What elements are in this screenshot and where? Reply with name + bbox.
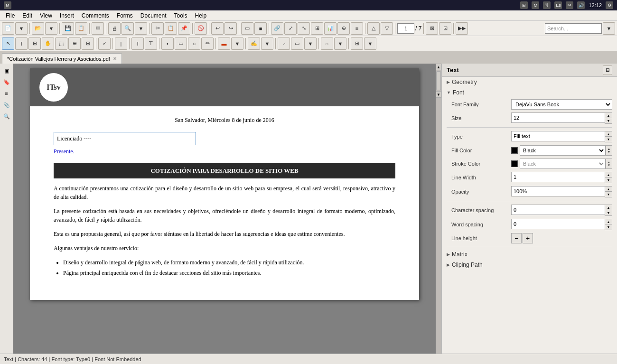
rect2-btn[interactable]: ▭ — [175, 37, 187, 50]
stroke-color-select[interactable]: Black — [520, 159, 606, 169]
sidebar-btn-5[interactable]: 🔍 — [1, 111, 12, 121]
sys-icon-3[interactable]: ⇅ — [543, 1, 551, 9]
menu-help[interactable]: Help — [191, 11, 211, 20]
oval-btn[interactable]: ○ — [188, 37, 200, 50]
export-btn[interactable]: ⊞ — [351, 37, 363, 50]
fit-btn[interactable]: ⤡ — [298, 22, 310, 35]
word-spacing-up[interactable]: ▲ — [605, 219, 612, 224]
fill-color-spin[interactable]: ▲ ▼ — [606, 145, 612, 156]
font-section-header[interactable]: ▼ Font — [442, 87, 617, 98]
resize-btn[interactable]: ⤢ — [284, 22, 297, 35]
link-btn[interactable]: 🔗 — [271, 22, 283, 35]
document-tab[interactable]: *Cotización Vallejos Herrera y Asociados… — [2, 53, 122, 64]
menu-view[interactable]: View — [36, 11, 56, 20]
export2-btn[interactable]: ▼ — [364, 37, 376, 50]
char-spacing-up[interactable]: ▲ — [605, 205, 612, 210]
opacity-input[interactable] — [511, 186, 605, 196]
cut-btn[interactable]: ✂ — [151, 22, 164, 35]
word-spacing-down[interactable]: ▼ — [605, 224, 612, 230]
audio-icon[interactable]: 🔊 — [577, 1, 585, 9]
sidebar-btn-2[interactable]: 🔖 — [1, 77, 12, 87]
tab-close-btn[interactable]: ✕ — [113, 56, 117, 61]
more-btn[interactable]: ▶▶ — [456, 22, 468, 35]
draw-btn[interactable]: ⟋ — [278, 37, 290, 50]
size-up[interactable]: ▲ — [605, 113, 612, 118]
line-width-up[interactable]: ▲ — [605, 172, 612, 177]
grid-btn[interactable]: ⊞ — [82, 37, 94, 50]
down-btn[interactable]: ▽ — [381, 22, 393, 35]
fit-page-btn[interactable]: ⊠ — [426, 22, 438, 35]
stroke-color-spin[interactable]: ▲ ▼ — [606, 159, 612, 169]
new-btn[interactable]: 📄 — [2, 22, 14, 35]
sidebar-btn-4[interactable]: 📎 — [1, 100, 12, 110]
layers-btn[interactable]: ≡ — [351, 22, 363, 35]
line-width-down[interactable]: ▼ — [605, 177, 612, 183]
table-btn[interactable]: ⊞ — [311, 22, 323, 35]
check-btn[interactable]: ✓ — [98, 37, 111, 50]
char-spacing-input[interactable] — [511, 205, 605, 215]
hand-btn[interactable]: ✋ — [42, 37, 54, 50]
sys-icon-1[interactable]: ⊞ — [520, 1, 528, 9]
menu-comments[interactable]: Comments — [78, 11, 113, 20]
type-up[interactable]: ▲ — [605, 131, 612, 137]
size-down[interactable]: ▼ — [605, 118, 612, 123]
sidebar-btn-3[interactable]: ≡ — [1, 88, 12, 99]
menu-edit[interactable]: Edit — [19, 11, 36, 20]
sb-arrow-down[interactable]: ▼ — [436, 91, 441, 98]
search-input[interactable] — [545, 23, 602, 34]
measure-btn[interactable]: ↔ — [321, 37, 333, 50]
t2-btn[interactable]: ⊤ — [145, 37, 157, 50]
redo-btn[interactable]: ↪ — [224, 22, 237, 35]
copy-btn[interactable]: 📋 — [165, 22, 177, 35]
panel-options-btn[interactable]: ⊟ — [603, 65, 612, 75]
measure2-btn[interactable]: ▼ — [334, 37, 346, 50]
marquee-btn[interactable]: ⬚ — [55, 37, 67, 50]
word-spacing-input[interactable] — [511, 219, 605, 229]
sb-arrow-up[interactable]: ▲ — [436, 64, 441, 70]
opacity-down[interactable]: ▼ — [605, 192, 612, 197]
recipient-input[interactable]: Licenciado ---- — [54, 132, 196, 145]
print-btn[interactable]: 🖨 — [108, 22, 121, 35]
menu-tools[interactable]: Tools — [170, 11, 191, 20]
select-btn[interactable]: ↖ — [2, 37, 14, 50]
open-btn[interactable]: 📂 — [32, 22, 44, 35]
t-btn[interactable]: T — [131, 37, 144, 50]
menu-document[interactable]: Document — [137, 11, 170, 20]
fit-width-btn[interactable]: ⊡ — [439, 22, 451, 35]
eraser-btn[interactable]: ▭ — [291, 37, 303, 50]
matrix-section-header[interactable]: ▶ Matrix — [442, 249, 617, 260]
save-btn[interactable]: 💾 — [62, 22, 74, 35]
save-as-btn[interactable]: 📋 — [75, 22, 87, 35]
find-btn[interactable]: 🔍 — [122, 22, 134, 35]
search-btn[interactable]: ▼ — [603, 22, 615, 35]
menu-insert[interactable]: Insert — [56, 11, 78, 20]
fill2-btn[interactable]: ▼ — [304, 37, 317, 50]
line-height-plus[interactable]: + — [523, 233, 533, 243]
up-btn[interactable]: △ — [367, 22, 380, 35]
open-dropdown[interactable]: ▼ — [45, 22, 57, 35]
line-width-input[interactable] — [511, 172, 605, 182]
type-down[interactable]: ▼ — [605, 137, 612, 142]
settings-icon[interactable]: ⚙ — [606, 1, 613, 9]
cols-btn[interactable]: ⊞ — [28, 37, 41, 50]
page-input[interactable] — [397, 23, 414, 34]
pencil-btn[interactable]: ✏ — [201, 37, 214, 50]
opacity-up[interactable]: ▲ — [605, 187, 612, 192]
sys-icon-2[interactable]: M — [532, 1, 539, 9]
fill-color-select[interactable]: Black — [520, 145, 606, 156]
char-spacing-down[interactable]: ▼ — [605, 210, 612, 215]
undo-btn[interactable]: ↩ — [211, 22, 224, 35]
geometry-section-header[interactable]: ▶ Geometry — [442, 77, 617, 87]
cliping-section-header[interactable]: ▶ Cliping Path — [442, 260, 617, 270]
paste-btn[interactable]: 📌 — [178, 22, 190, 35]
menu-file[interactable]: File — [2, 11, 19, 20]
dot-btn[interactable]: • — [161, 37, 174, 50]
highlight2-btn[interactable]: ▼ — [231, 37, 243, 50]
size-input[interactable] — [511, 112, 605, 123]
email-btn[interactable]: ✉ — [92, 22, 104, 35]
cancel-btn[interactable]: 🚫 — [195, 22, 207, 35]
stamp-btn[interactable]: ▼ — [261, 37, 273, 50]
new-dropdown[interactable]: ▼ — [15, 22, 28, 35]
text-select-btn[interactable]: T — [15, 37, 28, 50]
line-btn[interactable]: | — [115, 37, 127, 50]
